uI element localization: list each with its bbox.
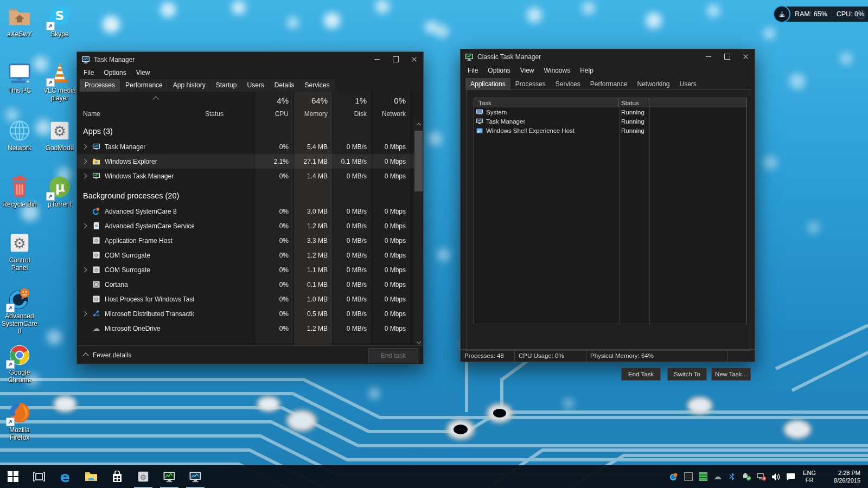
taskbar-clock[interactable]: 2:28 PM 8/26/2015 [821,469,860,484]
process-row[interactable]: Advanced SystemCare 8 0% 3.0 MB 0 MB/s 0… [77,204,423,219]
tab-services[interactable]: Services [551,78,585,90]
minimize-button[interactable] [368,52,386,67]
tab-startup[interactable]: Startup [211,79,242,92]
column-name[interactable]: Name [83,110,100,118]
end-task-button[interactable]: End task [368,348,418,363]
tab-details[interactable]: Details [270,79,299,92]
menu-file[interactable]: File [79,67,99,78]
process-row[interactable]: Microsoft Distributed Transactio... 0% 0… [77,306,423,321]
tab-processes[interactable]: Processes [510,78,551,90]
task-manager-titlebar[interactable]: Task Manager [77,52,423,67]
fewer-details-toggle[interactable]: Fewer details [93,351,131,359]
process-row[interactable]: Windows Explorer 2.1% 27.1 MB 0.1 MB/s 0… [77,154,423,169]
desktop-icon-mozilla-firefox[interactable]: Mozilla Firefox [0,400,39,441]
expand-chevron-icon[interactable] [82,268,92,272]
desktop-icon-advanced-systemcare[interactable]: Advanced SystemCare 8 [0,286,39,335]
ram-meter-tray-icon[interactable] [696,465,710,488]
tab-performance[interactable]: Performance [585,78,633,90]
process-row[interactable]: Task Manager 0% 5.4 MB 0 MB/s 0 Mbps [77,139,423,154]
column-status[interactable]: Status [205,110,224,118]
process-row[interactable]: Windows Task Manager 0% 1.4 MB 0 MB/s 0 … [77,169,423,183]
tab-users[interactable]: Users [242,79,269,92]
column-status[interactable]: Status [619,98,649,107]
task-view-button[interactable] [26,465,52,488]
menu-file[interactable]: File [463,65,483,76]
edge-browser-button[interactable]: e [52,465,78,488]
cpu-meter-tray-icon[interactable] [681,465,695,488]
menu-help[interactable]: Help [575,65,598,76]
desktop-icon-network[interactable]: Network [0,118,39,152]
vertical-scrollbar[interactable] [414,121,423,346]
desktop-icon-recycle-bin[interactable]: Recycle Bin [0,175,39,208]
network-disconnected-tray-icon[interactable] [755,465,768,488]
tab-applications[interactable]: Applications [465,78,510,90]
desktop-icon-control-panel[interactable]: ⚙ Control Panel [0,230,39,272]
scroll-down-button[interactable] [414,337,423,346]
application-row[interactable]: Task Manager Running [474,117,746,126]
tab-networking[interactable]: Networking [632,78,674,90]
file-explorer-button[interactable] [78,465,104,488]
desktop-icon-axeswy[interactable]: aXeSwY [0,4,39,38]
volume-tray-icon[interactable] [769,465,783,488]
end-task-button[interactable]: End Task [621,368,661,381]
menu-windows[interactable]: Windows [539,65,576,76]
scroll-up-button[interactable] [414,121,423,130]
settings-app-button[interactable]: ⚙ [130,465,156,488]
tab-performance[interactable]: Performance [120,79,168,92]
expand-chevron-icon[interactable] [82,224,92,228]
action-center-tray-icon[interactable] [784,465,797,488]
scrollbar-thumb[interactable] [414,131,423,191]
application-row[interactable]: ✓ System Running [474,107,746,117]
desktop-icon-godmode[interactable]: ⚙ GodMode [40,118,79,152]
widget-expand-icon[interactable]: + [856,10,865,19]
process-row[interactable]: ⚙ Application Frame Host 0% 3.3 MB 0 MB/… [77,233,423,248]
systemcare-tray-icon[interactable] [667,465,680,488]
maximize-button[interactable] [386,52,405,67]
column-disk[interactable]: Disk [332,110,367,118]
tab-services[interactable]: Services [300,79,335,92]
process-row[interactable]: Advanced SystemCare Service 0% 1.2 MB 0 … [77,219,423,233]
menu-options[interactable]: Options [483,65,515,76]
clean-broom-icon[interactable] [773,5,790,23]
tab-users[interactable]: Users [675,78,701,90]
switch-to-button[interactable]: Switch To [667,368,707,381]
desktop-icon-skype[interactable]: S Skype [40,4,79,38]
desktop-icon-this-pc[interactable]: This PC [0,61,39,94]
menu-options[interactable]: Options [99,67,131,78]
maximize-button[interactable] [718,49,736,64]
group-header-background[interactable]: Background processes (20) [77,188,423,204]
menu-view[interactable]: View [515,65,539,76]
usb-safely-remove-tray-icon[interactable] [740,465,754,488]
close-button[interactable] [736,49,755,64]
desktop-icon-utorrent[interactable]: µ µTorrent [40,175,79,208]
new-task-button[interactable]: New Task... [711,368,751,381]
systemcare-performance-widget[interactable]: RAM: 65% CPU: 0% + [774,7,868,22]
minimize-button[interactable] [699,49,718,64]
table-header[interactable]: Name Status 4% CPU 64% Memory 1% Disk 0%… [77,92,423,121]
onedrive-tray-icon[interactable]: ☁ [711,465,724,488]
process-row[interactable]: ⚙ COM Surrogate 0% 1.1 MB 0 MB/s 0 Mbps [77,262,423,277]
classic-task-manager-titlebar[interactable]: Classic Task Manager [461,49,755,64]
application-row[interactable]: Windows Shell Experience Host Running [474,126,746,135]
desktop-icon-google-chrome[interactable]: Google Chrome [0,343,39,384]
expand-chevron-icon[interactable] [82,312,92,316]
group-header-apps[interactable]: Apps (3) [77,123,423,139]
tab-processes[interactable]: Processes [80,79,120,92]
menu-view[interactable]: View [131,67,155,78]
tab-app-history[interactable]: App history [168,79,210,92]
expand-chevron-icon[interactable] [82,159,92,163]
process-row[interactable]: Cortana 0% 0.1 MB 0 MB/s 0 Mbps [77,277,423,292]
column-task[interactable]: Task [474,98,619,107]
column-memory[interactable]: Memory [293,110,328,118]
close-button[interactable] [405,52,423,67]
expand-chevron-icon[interactable] [82,174,92,178]
table-header[interactable]: Task Status [474,98,746,107]
column-network[interactable]: Network [371,110,406,118]
process-row[interactable]: ⚙ Host Process for Windows Tasks 0% 1.0 … [77,292,423,306]
windows-store-button[interactable] [104,465,130,488]
process-row[interactable]: ⚙ COM Surrogate 0% 1.2 MB 0 MB/s 0 Mbps [77,248,423,262]
desktop-icon-vlc[interactable]: VLC media player [40,61,79,102]
column-cpu[interactable]: CPU [254,110,289,118]
expand-chevron-icon[interactable] [82,145,92,149]
language-indicator[interactable]: ENG FR [799,470,820,484]
